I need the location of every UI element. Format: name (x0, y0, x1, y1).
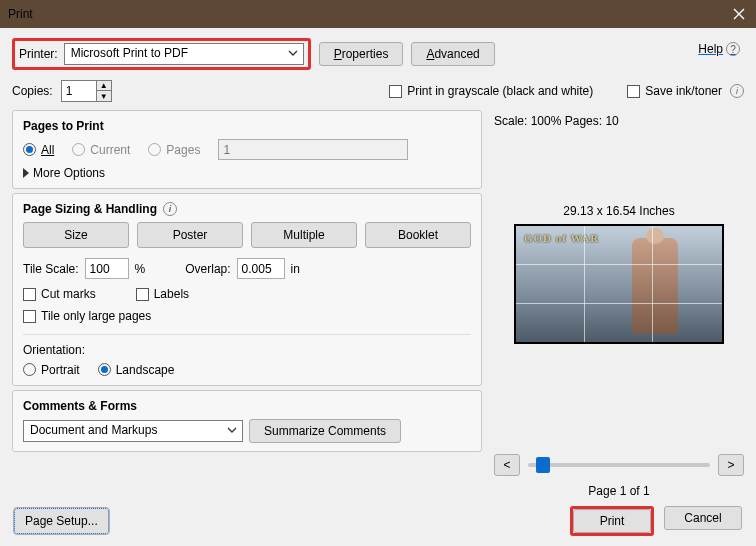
chevron-down-icon (287, 47, 299, 62)
radio-landscape[interactable]: Landscape (98, 363, 175, 377)
close-icon[interactable] (730, 5, 748, 23)
cancel-button[interactable]: Cancel (664, 506, 742, 530)
printer-selected: Microsoft Print to PDF (71, 46, 188, 60)
page-indicator: Page 1 of 1 (494, 484, 744, 498)
save-ink-checkbox[interactable]: Save ink/toner (627, 84, 722, 98)
grayscale-checkbox[interactable]: Print in grayscale (black and white) (389, 84, 593, 98)
tile-scale-input[interactable] (85, 258, 129, 279)
booklet-button[interactable]: Booklet (365, 222, 471, 248)
pages-to-print-panel: Pages to Print All Current Pages More Op… (12, 110, 482, 189)
spinner-up-icon[interactable]: ▲ (97, 81, 111, 91)
page-dimensions: 29.13 x 16.54 Inches (494, 204, 744, 218)
spinner-down-icon[interactable]: ▼ (97, 91, 111, 101)
overlap-label: Overlap: (185, 262, 230, 276)
printer-label: Printer: (19, 47, 58, 61)
print-button[interactable]: Print (573, 509, 651, 533)
cut-marks-checkbox[interactable]: Cut marks (23, 287, 96, 301)
properties-button[interactable]: Properties (319, 42, 404, 66)
copies-label: Copies: (12, 84, 53, 98)
printer-highlight: Printer: Microsoft Print to PDF (12, 38, 311, 70)
info-icon[interactable]: i (730, 84, 744, 98)
copies-input[interactable] (62, 81, 96, 101)
printer-dropdown[interactable]: Microsoft Print to PDF (64, 43, 304, 65)
tile-scale-label: Tile Scale: (23, 262, 79, 276)
radio-current[interactable]: Current (72, 143, 130, 157)
size-button[interactable]: Size (23, 222, 129, 248)
window-title: Print (8, 7, 730, 21)
poster-button[interactable]: Poster (137, 222, 243, 248)
radio-portrait[interactable]: Portrait (23, 363, 80, 377)
summarize-comments-button[interactable]: Summarize Comments (249, 419, 401, 443)
print-highlight: Print (570, 506, 654, 536)
page-slider[interactable] (528, 463, 710, 467)
orientation-title: Orientation: (23, 343, 471, 357)
overlap-input[interactable] (237, 258, 285, 279)
titlebar: Print (0, 0, 756, 28)
help-icon: ? (726, 42, 740, 56)
print-preview: GOD of WAR (514, 224, 724, 344)
scale-pages-label: Scale: 100% Pages: 10 (494, 114, 744, 128)
pages-to-print-title: Pages to Print (23, 119, 471, 133)
slider-knob[interactable] (536, 457, 550, 473)
tile-large-checkbox[interactable]: Tile only large pages (23, 309, 151, 323)
checkbox-icon (389, 85, 402, 98)
save-ink-label: Save ink/toner (645, 84, 722, 98)
next-page-button[interactable]: > (718, 454, 744, 476)
grayscale-label: Print in grayscale (black and white) (407, 84, 593, 98)
copies-spinner[interactable]: ▲ ▼ (61, 80, 112, 102)
page-setup-button[interactable]: Page Setup... (14, 508, 109, 534)
comments-panel: Comments & Forms Document and Markups Su… (12, 390, 482, 452)
multiple-button[interactable]: Multiple (251, 222, 357, 248)
checkbox-icon (627, 85, 640, 98)
info-icon[interactable]: i (163, 202, 177, 216)
pages-range-input[interactable] (218, 139, 408, 160)
triangle-right-icon (23, 168, 29, 178)
more-options-toggle[interactable]: More Options (23, 166, 471, 180)
labels-checkbox[interactable]: Labels (136, 287, 189, 301)
sizing-title: Page Sizing & Handling i (23, 202, 471, 216)
chevron-down-icon (226, 424, 238, 439)
help-link[interactable]: Help ? (698, 42, 740, 56)
radio-all[interactable]: All (23, 143, 54, 157)
advanced-button[interactable]: Advanced (411, 42, 494, 66)
comments-dropdown[interactable]: Document and Markups (23, 420, 243, 442)
radio-pages[interactable]: Pages (148, 143, 200, 157)
comments-title: Comments & Forms (23, 399, 471, 413)
prev-page-button[interactable]: < (494, 454, 520, 476)
sizing-panel: Page Sizing & Handling i Size Poster Mul… (12, 193, 482, 386)
help-label: Help (698, 42, 723, 56)
